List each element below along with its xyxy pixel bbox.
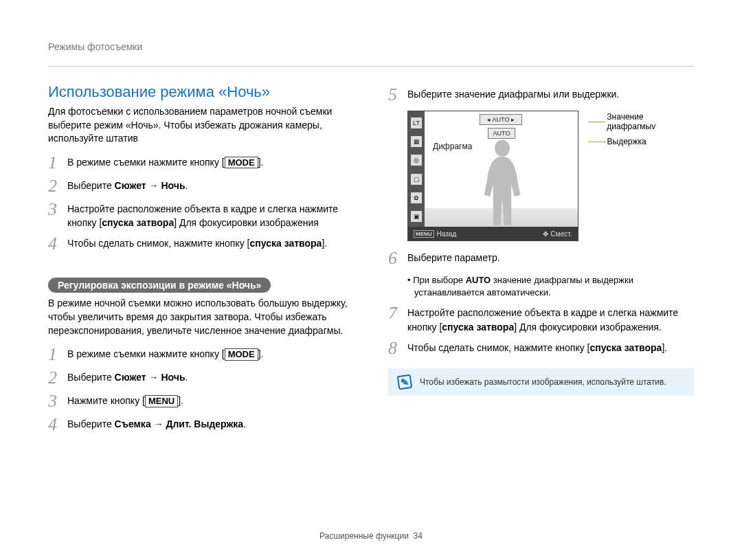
- lcd-icon-5: ✿: [411, 192, 422, 203]
- step-text: В режиме съемки нажмите кнопку [MODE].: [67, 347, 354, 361]
- note-box: ✎ Чтобы избежать размытости изображения,…: [388, 368, 694, 396]
- step-text: Выберите Съемка → Длит. Выдержка.: [67, 417, 354, 431]
- legend-line-orange: [588, 142, 606, 142]
- lcd-icon-3: ◎: [411, 155, 422, 166]
- lcd-icon-2: ▦: [411, 136, 422, 147]
- step-number: 2: [48, 369, 67, 387]
- callout-aperture: Значение диафрагмыv: [588, 112, 694, 131]
- step-5: 5 Выберите значение диафрагмы или выдерж…: [388, 87, 694, 104]
- step-number: 7: [388, 304, 407, 322]
- left-column: Использование режима «Ночь» Для фотосъем…: [48, 83, 354, 440]
- subsection-pill: Регулировка экспозиции в режиме «Ночь»: [48, 278, 271, 293]
- step-text: Чтобы сделать снимок, нажмите кнопку [сп…: [407, 341, 694, 355]
- step-number: 6: [388, 249, 407, 267]
- menu-keycap: MENU: [145, 395, 178, 407]
- step-text: Настройте расположение объекта в кадре и…: [407, 306, 694, 334]
- mode-keycap: MODE: [225, 348, 258, 361]
- step-text: Выберите Сюжет → Ночь.: [67, 179, 354, 192]
- step-8: 8 Чтобы сделать снимок, нажмите кнопку […: [388, 341, 694, 357]
- step-text: Настройте расположение объекта в кадре и…: [67, 202, 354, 230]
- step-text: В режиме съемки нажмите кнопку [MODE].: [67, 155, 354, 169]
- step-6-bullet: При выборе AUTO значение диафрагмы и выд…: [407, 274, 694, 299]
- step-number: 1: [48, 346, 67, 363]
- step-3: 3 Настройте расположение объекта в кадре…: [48, 202, 354, 230]
- auto2-text: AUTO: [493, 130, 510, 137]
- lcd-callouts: Значение диафрагмыv Выдержка: [588, 111, 694, 241]
- divider: [48, 66, 694, 67]
- callout-shutter-text: Выдержка: [607, 137, 647, 146]
- lcd-screen: LT ▦ ◎ ▢ ✿ ▣ ◂AUTO▸ AUTO Дифрагма: [407, 111, 578, 241]
- section-title: Использование режима «Ночь»: [48, 83, 354, 101]
- lcd-auto-aperture: ◂AUTO▸: [480, 114, 522, 125]
- auto1-text: AUTO: [493, 116, 510, 123]
- step-2: 2 Выберите Сюжет → Ночь.: [48, 179, 354, 195]
- step-text: Чтобы сделать снимок, нажмите кнопку [сп…: [67, 236, 354, 250]
- breadcrumb: Режимы фотосъемки: [48, 41, 694, 52]
- lcd-auto-shutter: AUTO: [488, 128, 515, 139]
- step-text: Выберите Сюжет → Ночь.: [67, 370, 354, 384]
- step-6: 6 Выберите параметр.: [388, 251, 694, 267]
- step-b3: 3 Нажмите кнопку [MENU].: [48, 394, 354, 410]
- step-number: 4: [48, 416, 67, 434]
- page: Режимы фотосъемки Использование режима «…: [0, 0, 742, 454]
- bold-shutter: спуска затвора: [102, 217, 174, 228]
- lcd-aperture-label: Дифрагма: [433, 142, 472, 151]
- two-column-layout: Использование режима «Ночь» Для фотосъем…: [48, 83, 694, 440]
- callout-aperture-text: Значение диафрагмыv: [607, 112, 694, 131]
- pill-intro: В режиме ночной съемки можно использоват…: [48, 297, 354, 337]
- person-silhouette-icon: [470, 136, 535, 227]
- step-text: Выберите параметр.: [407, 251, 694, 265]
- lcd-move: ✥ Смест.: [543, 230, 572, 238]
- bold-auto: AUTO: [466, 275, 491, 285]
- step-4: 4 Чтобы сделать снимок, нажмите кнопку […: [48, 236, 354, 253]
- step-number: 5: [388, 86, 407, 104]
- step-text: Выберите значение диафрагмы или выдержки…: [407, 87, 694, 101]
- step-number: 8: [388, 339, 407, 357]
- svg-point-0: [495, 140, 510, 157]
- lt-icon: LT: [411, 117, 422, 128]
- step-number: 3: [48, 392, 67, 410]
- page-footer: Расширенные функции 34: [0, 531, 742, 541]
- note-icon: ✎: [397, 374, 413, 390]
- lcd-icon-6: ▣: [411, 211, 422, 222]
- menu-key-small: MENU: [414, 230, 434, 238]
- callout-shutter: Выдержка: [588, 137, 694, 146]
- back-text: Назад: [437, 230, 457, 238]
- intro-text: Для фотосъемки с использованием параметр…: [48, 105, 354, 146]
- footer-page: 34: [414, 531, 423, 541]
- lcd-back: MENU Назад: [414, 230, 456, 238]
- step-number: 2: [48, 177, 67, 195]
- note-text: Чтобы избежать размытости изображения, и…: [420, 377, 666, 387]
- bold-shutter-4: спуска затвора: [590, 342, 662, 353]
- step-number: 4: [48, 235, 67, 253]
- step-1: 1 В режиме съемки нажмите кнопку [MODE].: [48, 155, 354, 172]
- step-b2: 2 Выберите Сюжет → Ночь.: [48, 370, 354, 387]
- bold-shutter-2: спуска затвора: [250, 238, 322, 249]
- step-number: 3: [48, 201, 67, 219]
- move-text: Смест.: [551, 230, 572, 238]
- step-number: 1: [48, 154, 67, 172]
- lcd-icon-4: ▢: [411, 174, 422, 185]
- bold-shutter-3: спуска затвора: [442, 322, 514, 333]
- mode-keycap: MODE: [225, 157, 258, 169]
- right-column: 5 Выберите значение диафрагмы или выдерж…: [388, 83, 694, 440]
- lcd-icon-column: LT ▦ ◎ ▢ ✿ ▣: [408, 111, 425, 228]
- step-b4: 4 Выберите Съемка → Длит. Выдержка.: [48, 417, 354, 434]
- bold-scene-night-2: Сюжет → Ночь: [115, 372, 186, 383]
- legend-line-green: [588, 122, 606, 122]
- step-text: Нажмите кнопку [MENU].: [67, 394, 354, 407]
- bold-scene-night: Сюжет → Ночь: [115, 180, 186, 191]
- step-b1: 1 В режиме съемки нажмите кнопку [MODE].: [48, 347, 354, 363]
- step-7: 7 Настройте расположение объекта в кадре…: [388, 306, 694, 334]
- lcd-bottom-bar: MENU Назад ✥ Смест.: [408, 227, 578, 240]
- bold-shoot-long: Съемка → Длит. Выдержка: [115, 418, 244, 429]
- lcd-illustration: LT ▦ ◎ ▢ ✿ ▣ ◂AUTO▸ AUTO Дифрагма: [407, 111, 694, 241]
- footer-label: Расширенные функции: [319, 531, 409, 541]
